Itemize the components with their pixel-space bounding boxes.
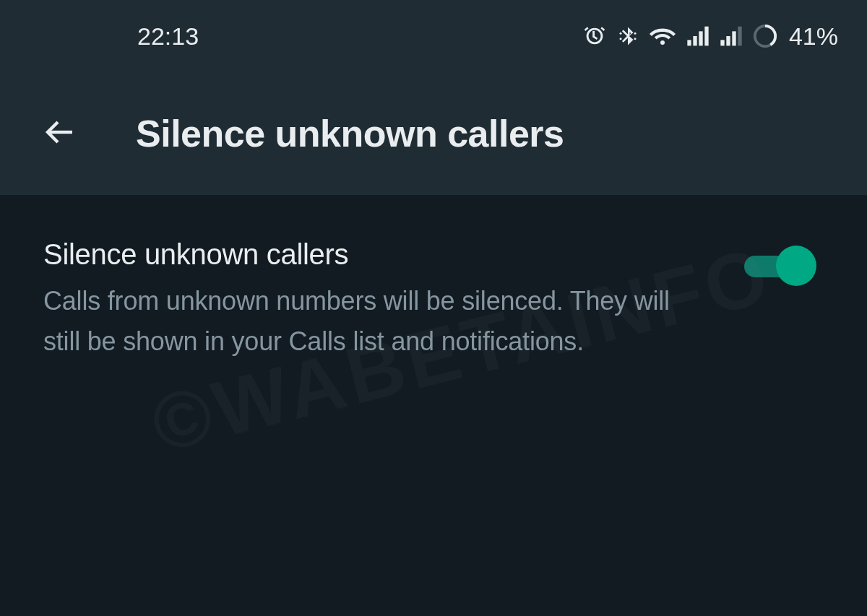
- wifi-icon: [649, 25, 676, 47]
- svg-rect-6: [699, 31, 702, 45]
- setting-text: Silence unknown callers Calls from unkno…: [43, 238, 694, 362]
- back-arrow-icon[interactable]: [43, 115, 78, 152]
- setting-silence-unknown-callers[interactable]: Silence unknown callers Calls from unkno…: [43, 238, 824, 362]
- status-time: 22:13: [137, 22, 199, 51]
- toggle-thumb: [776, 246, 816, 286]
- silence-toggle[interactable]: [744, 246, 816, 286]
- svg-rect-9: [726, 36, 730, 45]
- battery-percent: 41%: [789, 22, 838, 51]
- bluetooth-icon: [617, 24, 639, 48]
- page-title: Silence unknown callers: [136, 112, 564, 155]
- status-bar: 22:13: [0, 0, 867, 72]
- svg-rect-11: [738, 27, 741, 46]
- svg-rect-4: [687, 40, 691, 45]
- svg-point-1: [619, 38, 621, 40]
- battery-circle-icon: [753, 24, 777, 48]
- status-icons: 41%: [582, 22, 838, 51]
- alarm-icon: [582, 24, 607, 48]
- svg-point-0: [619, 32, 621, 35]
- svg-point-3: [634, 38, 636, 40]
- svg-rect-7: [704, 27, 708, 46]
- app-bar: Silence unknown callers: [0, 72, 867, 195]
- setting-description: Calls from unknown numbers will be silen…: [43, 281, 694, 362]
- svg-rect-8: [720, 40, 724, 45]
- svg-rect-5: [693, 36, 696, 45]
- setting-title: Silence unknown callers: [43, 238, 694, 271]
- svg-point-2: [634, 32, 636, 35]
- content-area: Silence unknown callers Calls from unkno…: [0, 195, 867, 362]
- svg-rect-10: [732, 31, 736, 45]
- signal-bars-1-icon: [686, 26, 709, 46]
- signal-bars-2-icon: [720, 26, 743, 46]
